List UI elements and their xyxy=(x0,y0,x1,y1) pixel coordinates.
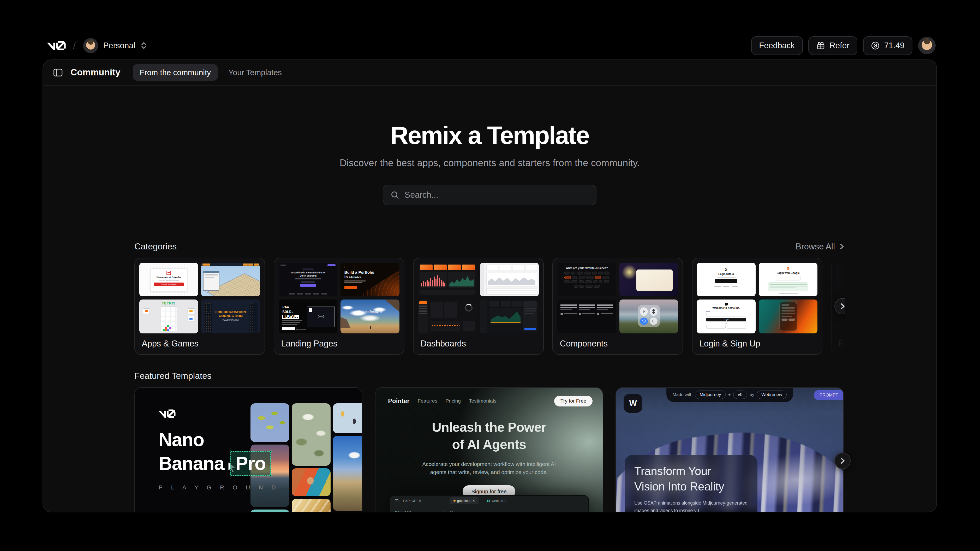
category-label: Landing Pages xyxy=(281,339,337,349)
google-logo: G xyxy=(759,266,818,271)
webrenew-title-line2: Vision Into Reality xyxy=(634,479,748,494)
category-card-dashboards[interactable]: Dashboards xyxy=(413,258,544,355)
editor-tab-untitled: Untitled-2 xyxy=(492,499,506,503)
thumb-tetris-game: TETRIS xyxy=(139,299,198,333)
decor xyxy=(301,281,315,283)
decor xyxy=(839,266,845,291)
decor xyxy=(161,307,177,331)
brutal-bold: BOLD. xyxy=(282,310,306,315)
category-card-components[interactable]: What are your favorite cuisines? xyxy=(552,258,683,355)
feedback-button[interactable]: Feedback xyxy=(751,36,803,55)
v0-logo-icon[interactable] xyxy=(47,41,66,50)
decor xyxy=(490,301,522,306)
editor-tab-gulpfile: gulpfile.js xyxy=(457,499,471,503)
decor xyxy=(204,303,212,333)
tab-your-templates[interactable]: Your Templates xyxy=(221,64,289,81)
cuisines-question: What are your favorite cuisines? xyxy=(557,266,616,269)
thumb-overview-dashboard xyxy=(480,299,539,333)
thumb-login-x: X Login with X xyxy=(697,263,756,296)
login-google-title: Login with Google xyxy=(759,272,818,274)
page-title: Community xyxy=(70,67,120,78)
community-panel: Community From the community Your Templa… xyxy=(43,59,937,513)
photo-forest-clouds xyxy=(292,403,331,466)
category-label: Components xyxy=(560,339,608,349)
editor-tab-close: × xyxy=(473,499,475,503)
decor xyxy=(250,303,258,333)
decor xyxy=(480,263,485,296)
thumb-orange-dashboard xyxy=(418,263,477,296)
decor xyxy=(463,321,475,331)
decor xyxy=(230,475,231,476)
webrenew-title-line1: Transform Your xyxy=(634,463,748,479)
v0-logo-icon xyxy=(159,409,176,420)
thumb-dark-dashboard-donut xyxy=(418,299,477,333)
decor: Sync your agenda in seconds xyxy=(151,279,187,281)
thumb-portfolio-landing: Build a Portfolio in Minutes xyxy=(340,263,399,296)
breadcrumb-separator: / xyxy=(73,40,76,51)
featured-next-button[interactable] xyxy=(834,453,851,469)
credits-button[interactable]: 71.49 xyxy=(863,36,913,55)
line-chart xyxy=(431,321,461,331)
landing-hero-line1: Streamlined Communication for xyxy=(285,271,330,274)
decor xyxy=(340,299,399,333)
bluetooth-icon xyxy=(650,307,657,316)
featured-card-nano-banana[interactable]: Nano Banana Pro P L A Y G R O U N D xyxy=(134,387,363,513)
decor xyxy=(203,271,219,291)
decor xyxy=(309,308,312,312)
category-card-login-signup[interactable]: X Login with X G Login with Google xyxy=(692,258,822,355)
decor xyxy=(358,315,382,315)
category-card-apps-games[interactable]: Welcome to v0 Calendar Sync your agenda … xyxy=(134,258,265,355)
pointer-try-button: Try for Free xyxy=(554,396,593,406)
area-chart xyxy=(486,272,537,287)
tab-from-the-community[interactable]: From the community xyxy=(133,64,218,81)
img-placeholder-box: [IMG] xyxy=(307,307,335,327)
decor xyxy=(329,321,333,325)
acme-logo xyxy=(725,303,728,306)
pointer-subtitle-line2: agents that write, review, and optimize … xyxy=(375,468,603,476)
panel-header: Community From the community Your Templa… xyxy=(43,60,936,86)
browse-all-link[interactable]: Browse All xyxy=(795,242,845,252)
pointer-title-line2: of AI Agents xyxy=(375,436,603,453)
decor xyxy=(486,288,537,295)
editor-ellipsis: ⋯ xyxy=(426,499,429,503)
webrenew-logo: W xyxy=(624,394,643,413)
plus-separator: + xyxy=(728,392,731,397)
editor-tree-vscode: ∨ VSCODE xyxy=(395,509,444,513)
featured-card-webrenew[interactable]: W Made with Midjourney + v0 by Webrenew … xyxy=(616,387,843,513)
workspace-switcher[interactable]: Personal xyxy=(83,38,147,53)
categories-section: Categories Browse All Welcome to xyxy=(134,242,845,355)
decor xyxy=(444,302,457,318)
brutal-raw: RAW. xyxy=(282,305,306,310)
refer-button[interactable]: Refer xyxy=(808,36,858,55)
decor xyxy=(597,304,613,328)
user-avatar[interactable] xyxy=(918,37,935,54)
thumb-calendar-app: Welcome to v0 Calendar Sync your agenda … xyxy=(139,263,198,296)
bar-chart xyxy=(420,272,447,288)
decor xyxy=(344,266,355,268)
workspace-name: Personal xyxy=(103,41,135,50)
decor xyxy=(282,320,306,325)
decor xyxy=(486,264,537,271)
decor xyxy=(697,325,756,329)
decor xyxy=(715,279,737,283)
decor xyxy=(420,290,475,295)
portfolio-line1: Build a Portfolio xyxy=(344,270,374,275)
decor xyxy=(143,308,150,314)
featured-card-pointer[interactable]: Pointer Features Pricing Testimonials Tr… xyxy=(375,387,603,513)
category-card-landing-pages[interactable]: Streamlined Communication for Quick Ship… xyxy=(274,258,404,355)
decor xyxy=(420,264,475,270)
tetris-logo: TETRIS xyxy=(139,301,198,305)
decor xyxy=(717,277,735,277)
category-label: Apps & Games xyxy=(142,339,198,349)
featured-heading: Featured Templates xyxy=(134,371,212,381)
nano-title-line1: Nano xyxy=(159,428,279,451)
thumb-cuisine-chips: What are your favorite cuisines? xyxy=(557,263,616,296)
search-input[interactable] xyxy=(405,190,589,200)
sidebar-toggle-icon[interactable] xyxy=(53,68,63,78)
photo-bottles xyxy=(292,499,331,513)
or-divider: or xyxy=(697,322,756,324)
synecdoche-title: Synecdoche® xyxy=(358,310,382,314)
area-chart xyxy=(448,272,475,288)
calendar-icon xyxy=(167,271,171,275)
decor xyxy=(206,273,260,297)
